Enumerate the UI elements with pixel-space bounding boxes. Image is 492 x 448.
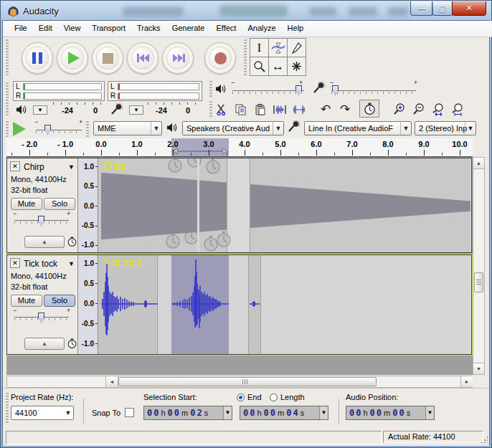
selection-toolbar-grip[interactable]	[6, 393, 9, 424]
track-ticktock-waveform[interactable]: Tick tock	[98, 255, 470, 354]
paste-button[interactable]	[251, 100, 270, 118]
output-volume-slider[interactable]	[232, 90, 304, 91]
zoom-out-button[interactable]	[410, 100, 428, 118]
silence-audio-button[interactable]	[290, 100, 308, 118]
minimize-button[interactable]: —	[410, 1, 433, 16]
end-radio[interactable]	[237, 394, 245, 401]
recording-meter[interactable]: L R	[108, 81, 202, 101]
speed-plus-label: +	[79, 118, 82, 125]
play-button[interactable]	[57, 42, 88, 74]
selection-end-field[interactable]: 00h 00m 04s ▼	[240, 406, 328, 420]
recording-channels-select[interactable]: 2 (Stereo) Inp ▼	[415, 121, 476, 135]
trim-audio-button[interactable]	[270, 100, 289, 118]
redo-button[interactable]: ↷	[336, 100, 354, 118]
collapse-track-button[interactable]: ▲	[24, 236, 65, 248]
play-at-speed-button[interactable]	[11, 121, 29, 137]
solo-button[interactable]: Solo	[44, 198, 75, 210]
vruler-label: 1.0	[84, 163, 94, 171]
selection-tool-button[interactable]: I	[250, 38, 269, 57]
close-button[interactable]: ✕	[452, 1, 486, 16]
vertical-scrollbar[interactable]: ▲ ▼	[473, 157, 485, 375]
zoom-tool-button[interactable]	[250, 57, 269, 76]
selection-start-field[interactable]: 00h 00m 02s ▼	[143, 406, 232, 420]
playback-meter[interactable]: L R	[13, 81, 105, 101]
tools-toolbar-grip[interactable]	[244, 39, 247, 77]
mute-button[interactable]: Mute	[11, 295, 42, 307]
horizontal-scroll-thumb[interactable]	[118, 377, 377, 386]
track-menu-button[interactable]: ▼	[68, 163, 75, 171]
project-rate-select[interactable]: 44100 ▼	[11, 406, 74, 420]
horizontal-scrollbar[interactable]: ◄ ►	[6, 376, 473, 388]
solo-button-active[interactable]: Solo	[44, 295, 75, 307]
device-toolbar-grip[interactable]	[86, 121, 89, 137]
envelope-tool-button[interactable]	[268, 38, 288, 57]
scissors-icon	[216, 104, 227, 115]
dropdown-arrow-icon: ▼	[63, 406, 73, 419]
copy-button[interactable]	[232, 100, 250, 118]
track-menu-button[interactable]: ▼	[68, 260, 75, 267]
timeshift-tool-button[interactable]: ↔	[268, 57, 288, 76]
track-info-depth: 32-bit float	[11, 282, 47, 291]
menu-bar: File Edit View Transport Tracks Generate…	[3, 21, 492, 37]
track-close-button[interactable]: ✕	[10, 258, 20, 268]
scroll-up-button[interactable]: ▲	[473, 158, 484, 169]
playback-meter-dropdown[interactable]: ▼	[33, 105, 47, 115]
pause-button[interactable]	[22, 42, 53, 74]
ruler-label: 2.0	[161, 140, 185, 148]
collapse-track-button[interactable]: ▲	[24, 338, 65, 350]
snap-to-checkbox[interactable]	[125, 408, 134, 417]
menu-effect[interactable]: Effect	[211, 21, 242, 37]
transcription-toolbar-grip[interactable]	[6, 121, 9, 137]
scroll-left-button[interactable]: ◄	[105, 376, 118, 387]
track-info-format: Mono, 44100Hz	[11, 175, 67, 184]
menu-generate[interactable]: Generate	[166, 21, 211, 37]
transport-toolbar-grip[interactable]	[6, 39, 9, 77]
menu-edit[interactable]: Edit	[33, 21, 58, 37]
cut-button[interactable]	[212, 100, 231, 118]
draw-tool-button[interactable]	[287, 38, 306, 57]
menu-transport[interactable]: Transport	[86, 21, 131, 37]
gain-slider-thumb[interactable]	[38, 313, 44, 323]
multi-tool-button[interactable]	[287, 57, 306, 76]
track-ticktock-vertical-ruler[interactable]: 1.0 0.5 0.0 -0.5 -1.0	[78, 255, 98, 354]
mute-button[interactable]: Mute	[11, 198, 42, 210]
playback-device-select[interactable]: Speakers (Creative Aud ▼	[182, 121, 284, 135]
menu-analyze[interactable]: Analyze	[242, 21, 281, 37]
track-close-button[interactable]: ✕	[10, 161, 20, 171]
record-button[interactable]	[204, 42, 236, 74]
menu-file[interactable]: File	[9, 21, 33, 37]
input-volume-slider[interactable]	[331, 90, 416, 91]
skip-to-end-button[interactable]	[162, 42, 194, 74]
playback-scale-zero: 0	[93, 106, 98, 115]
fit-project-icon	[451, 103, 464, 116]
sync-lock-button[interactable]	[359, 100, 379, 118]
track-chirp-waveform[interactable]: Chirp	[98, 158, 470, 252]
menu-view[interactable]: View	[58, 21, 87, 37]
playback-speed-slider[interactable]	[36, 130, 82, 130]
fit-project-button[interactable]	[448, 100, 467, 118]
zoom-in-button[interactable]	[390, 100, 409, 118]
ruler-label: 8.0	[376, 140, 400, 148]
skip-to-start-button[interactable]	[127, 42, 159, 74]
recording-device-select[interactable]: Line In (Creative AudioF ▼	[304, 121, 412, 135]
recording-meter-dropdown[interactable]: ▼	[129, 105, 143, 115]
meter-toolbar-grip[interactable]	[6, 82, 9, 117]
ruler-label: 9.0	[412, 140, 436, 148]
stop-button[interactable]	[92, 42, 123, 74]
audio-position-field[interactable]: 00h 00m 00s ▼	[346, 406, 435, 420]
fit-selection-button[interactable]	[429, 100, 448, 118]
audio-host-select[interactable]: MME ▼	[93, 121, 162, 135]
redo-icon: ↷	[340, 102, 350, 117]
track-chirp-vertical-ruler[interactable]: 1.0 0.5 0.0 -0.5 -1.0	[78, 158, 98, 252]
length-radio[interactable]	[270, 394, 278, 401]
menu-tracks[interactable]: Tracks	[131, 21, 166, 37]
undo-button[interactable]: ↶	[316, 100, 335, 118]
scroll-down-button[interactable]: ▼	[473, 363, 484, 374]
maximize-button[interactable]: ▢	[432, 1, 453, 16]
vertical-scroll-thumb[interactable]	[474, 272, 483, 292]
mixer-toolbar-grip[interactable]	[209, 81, 212, 98]
scroll-right-button[interactable]: ►	[460, 376, 473, 387]
gain-slider-thumb[interactable]	[38, 216, 44, 226]
timeline-ruler[interactable]: - 2.0 - 1.0 0.0 1.0 2.0 3.0 4.0 5.0 6.0 …	[6, 138, 473, 157]
menu-help[interactable]: Help	[282, 21, 310, 37]
